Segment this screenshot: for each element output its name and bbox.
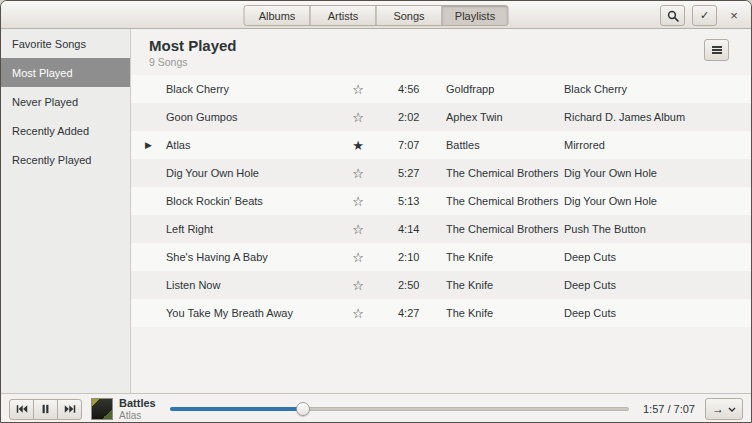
song-artist: The Knife	[446, 251, 564, 263]
song-row[interactable]: Goon Gumpos☆2:02Aphex TwinRichard D. Jam…	[131, 103, 751, 131]
view-switcher: AlbumsArtistsSongsPlaylists	[244, 5, 509, 26]
song-title: Black Cherry	[166, 83, 344, 95]
song-artist: The Chemical Brothers	[446, 195, 564, 207]
song-title: Listen Now	[166, 279, 344, 291]
star-outline-icon[interactable]: ☆	[344, 83, 372, 96]
previous-button[interactable]	[9, 399, 34, 420]
star-outline-icon[interactable]: ☆	[344, 111, 372, 124]
star-outline-icon[interactable]: ☆	[344, 195, 372, 208]
song-duration: 4:27	[372, 307, 446, 319]
playlist-sidebar: Favorite SongsMost PlayedNever PlayedRec…	[1, 29, 131, 393]
song-album: Deep Cuts	[564, 251, 751, 263]
now-playing-secondary: Atlas	[119, 410, 156, 422]
song-title: Left Right	[166, 223, 344, 235]
song-album: Dig Your Own Hole	[564, 167, 751, 179]
now-playing-album-art	[91, 398, 113, 420]
playlist-menu-button[interactable]	[704, 39, 729, 61]
song-duration: 2:02	[372, 111, 446, 123]
repeat-none-icon: →	[712, 402, 724, 416]
star-outline-icon[interactable]: ☆	[344, 279, 372, 292]
song-artist: The Knife	[446, 279, 564, 291]
sidebar-item-favorite-songs[interactable]: Favorite Songs	[1, 29, 130, 58]
song-row[interactable]: Listen Now☆2:50The KnifeDeep Cuts	[131, 271, 751, 299]
checkmark-icon: ✓	[700, 9, 709, 22]
star-outline-icon[interactable]: ☆	[344, 223, 372, 236]
close-icon: ×	[730, 8, 738, 23]
tab-playlists[interactable]: Playlists	[442, 5, 509, 26]
tab-artists[interactable]: Artists	[310, 5, 377, 26]
select-button[interactable]: ✓	[692, 5, 717, 26]
song-row[interactable]: ▶Atlas★7:07BattlesMirrored	[131, 131, 751, 159]
chevron-down-icon	[728, 407, 736, 412]
pause-icon	[41, 404, 50, 414]
song-row[interactable]: Black Cherry☆4:56GoldfrappBlack Cherry	[131, 75, 751, 103]
song-duration: 4:14	[372, 223, 446, 235]
song-title: Atlas	[166, 139, 344, 151]
song-album: Deep Cuts	[564, 307, 751, 319]
song-row[interactable]: You Take My Breath Away☆4:27The KnifeDee…	[131, 299, 751, 327]
song-list: Black Cherry☆4:56GoldfrappBlack CherryGo…	[131, 75, 751, 327]
sidebar-item-recently-played[interactable]: Recently Played	[1, 145, 130, 174]
seek-handle[interactable]	[296, 402, 310, 416]
song-row[interactable]: Block Rockin' Beats☆5:13The Chemical Bro…	[131, 187, 751, 215]
song-artist: Aphex Twin	[446, 111, 564, 123]
song-duration: 5:27	[372, 167, 446, 179]
song-count: 9 Songs	[149, 56, 751, 68]
star-outline-icon[interactable]: ☆	[344, 307, 372, 320]
next-button[interactable]	[57, 399, 82, 420]
headerbar: AlbumsArtistsSongsPlaylists ✓ ×	[1, 1, 751, 29]
song-artist: The Chemical Brothers	[446, 167, 564, 179]
song-duration: 2:50	[372, 279, 446, 291]
now-playing-info: Battles Atlas	[119, 397, 156, 421]
song-artist: Goldfrapp	[446, 83, 564, 95]
song-album: Black Cherry	[564, 83, 751, 95]
sidebar-item-most-played[interactable]: Most Played	[1, 58, 130, 87]
song-album: Push The Button	[564, 223, 751, 235]
pause-button[interactable]	[33, 399, 58, 420]
repeat-mode-button[interactable]: →	[705, 398, 743, 420]
tab-albums[interactable]: Albums	[244, 5, 311, 26]
song-title: You Take My Breath Away	[166, 307, 344, 319]
seek-slider[interactable]	[170, 401, 629, 417]
song-artist: The Chemical Brothers	[446, 223, 564, 235]
now-playing-primary: Battles	[119, 397, 156, 410]
song-title: Block Rockin' Beats	[166, 195, 344, 207]
sidebar-item-never-played[interactable]: Never Played	[1, 87, 130, 116]
song-row[interactable]: She's Having A Baby☆2:10The KnifeDeep Cu…	[131, 243, 751, 271]
hamburger-menu-icon	[712, 46, 722, 54]
skip-backward-icon	[16, 404, 28, 414]
search-button[interactable]	[660, 5, 685, 26]
star-outline-icon[interactable]: ☆	[344, 167, 372, 180]
star-outline-icon[interactable]: ☆	[344, 251, 372, 264]
song-album: Dig Your Own Hole	[564, 195, 751, 207]
sidebar-item-recently-added[interactable]: Recently Added	[1, 116, 130, 145]
skip-forward-icon	[64, 404, 76, 414]
song-artist: Battles	[446, 139, 564, 151]
song-duration: 7:07	[372, 139, 446, 151]
song-album: Richard D. James Album	[564, 111, 751, 123]
search-icon	[667, 10, 679, 22]
playlist-content: Most Played 9 Songs Black Cherry☆4:56Gol…	[131, 29, 751, 393]
time-display: 1:57 / 7:07	[643, 403, 695, 415]
playerbar: Battles Atlas 1:57 / 7:07 →	[1, 393, 751, 423]
song-title: Dig Your Own Hole	[166, 167, 344, 179]
song-album: Mirrored	[564, 139, 751, 151]
song-artist: The Knife	[446, 307, 564, 319]
song-duration: 2:10	[372, 251, 446, 263]
now-playing-icon: ▶	[131, 140, 166, 150]
song-row[interactable]: Dig Your Own Hole☆5:27The Chemical Broth…	[131, 159, 751, 187]
page-title: Most Played	[149, 37, 751, 54]
song-duration: 4:56	[372, 83, 446, 95]
song-title: She's Having A Baby	[166, 251, 344, 263]
seek-fill	[170, 407, 303, 411]
star-filled-icon[interactable]: ★	[344, 139, 372, 152]
song-album: Deep Cuts	[564, 279, 751, 291]
song-row[interactable]: Left Right☆4:14The Chemical BrothersPush…	[131, 215, 751, 243]
tab-songs[interactable]: Songs	[376, 5, 443, 26]
song-title: Goon Gumpos	[166, 111, 344, 123]
song-duration: 5:13	[372, 195, 446, 207]
close-button[interactable]: ×	[724, 6, 744, 26]
gnome-music-window: AlbumsArtistsSongsPlaylists ✓ × Favorite…	[0, 0, 752, 423]
